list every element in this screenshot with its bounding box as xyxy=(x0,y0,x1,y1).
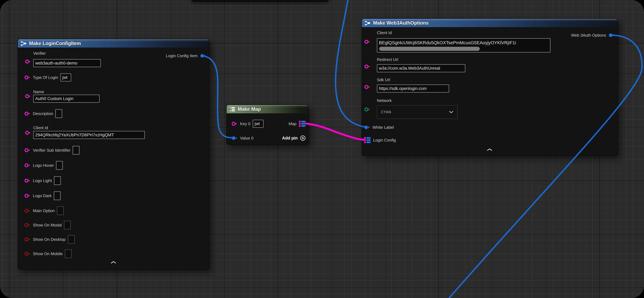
enum-pin[interactable] xyxy=(364,107,371,112)
horizontal-scrollbar[interactable] xyxy=(379,47,480,51)
wire-map-to-login-config xyxy=(305,124,365,140)
blueprint-editor: Make LoginConfigItem Login Config Item V… xyxy=(0,0,644,298)
bool-pin[interactable] xyxy=(24,251,31,256)
description-input[interactable] xyxy=(55,109,62,118)
pin-label: Value 0 xyxy=(240,136,254,140)
logo-dark-input[interactable] xyxy=(54,192,61,200)
map-output-pin[interactable] xyxy=(298,120,306,127)
string-pin[interactable] xyxy=(24,75,31,80)
wire-glow xyxy=(336,0,366,127)
node-title: Make Map xyxy=(238,106,261,112)
struct-input-pin[interactable] xyxy=(231,136,238,141)
pin-label: Key 0 xyxy=(240,122,250,126)
pin-row-white-label: White Label xyxy=(364,123,394,132)
node-make-map[interactable]: Make Map Key 0 jwt Map xyxy=(226,105,308,145)
string-pin[interactable] xyxy=(25,130,31,136)
string-pin[interactable] xyxy=(24,111,31,116)
wire-glow xyxy=(305,124,365,140)
pin-label: Sdk Url xyxy=(377,78,390,82)
map-input-pin[interactable] xyxy=(364,137,371,144)
pin-row-type-of-login: Type Of Login jwt xyxy=(24,74,71,82)
node-title: Make LoginConfigItem xyxy=(29,41,81,46)
string-pin[interactable] xyxy=(24,193,31,198)
string-pin[interactable] xyxy=(364,84,371,90)
string-pin[interactable] xyxy=(231,121,238,126)
network-selected-value: CYAN xyxy=(381,110,391,114)
make-struct-icon xyxy=(364,20,371,26)
show-on-mobile-checkbox[interactable] xyxy=(65,249,72,258)
string-pin[interactable] xyxy=(24,178,31,183)
pin-label: Show On Desktop xyxy=(33,237,66,242)
collapse-chevron-icon[interactable] xyxy=(110,260,117,264)
pin-label: Verifier Sub Identifier xyxy=(33,148,70,153)
graph-canvas[interactable]: Make LoginConfigItem Login Config Item V… xyxy=(0,0,644,298)
bool-pin[interactable] xyxy=(24,237,31,242)
chevron-down-icon xyxy=(449,111,454,114)
pin-label: Name xyxy=(33,90,44,94)
sdk-url-input[interactable]: https://sdk.openlogin.com xyxy=(377,84,449,92)
string-pin[interactable] xyxy=(364,64,371,69)
pin-label: Client Id xyxy=(33,126,48,130)
pin-row-show-on-modal: Show On Modal xyxy=(24,221,71,229)
struct-output-pin[interactable] xyxy=(200,53,206,58)
pin-label: Logo Hover xyxy=(33,163,54,168)
main-option-checkbox[interactable] xyxy=(57,206,64,215)
pin-label: Main Option xyxy=(33,208,55,213)
pin-label: Show On Modal xyxy=(33,223,62,228)
client-id-text: BEglQSgt4cUWcj6SKRdu5QkOXTsePmMcusG5EAoy… xyxy=(379,40,516,45)
pin-row-value-0: Value 0 xyxy=(231,134,254,142)
type-of-login-input[interactable]: jwt xyxy=(60,74,71,82)
pin-label: White Label xyxy=(372,125,394,130)
node-header[interactable]: Make Web3AuthOptions xyxy=(362,19,618,27)
string-pin[interactable] xyxy=(24,148,31,153)
pin-label: Show On Mobile xyxy=(33,252,63,256)
string-pin[interactable] xyxy=(25,94,31,99)
pin-row-logo-light: Logo Light xyxy=(24,176,61,185)
node-make-loginconfigitem[interactable]: Make LoginConfigItem Login Config Item V… xyxy=(18,39,210,270)
show-on-modal-checkbox[interactable] xyxy=(64,221,71,230)
node-make-web3authoptions[interactable]: Make Web3AuthOptions Web 3Auth Options C… xyxy=(362,18,618,156)
node-title: Make Web3AuthOptions xyxy=(373,20,428,26)
collapse-chevron-icon[interactable] xyxy=(486,148,493,152)
add-pin-row[interactable]: Add pin xyxy=(282,134,306,142)
pin-row-show-on-desktop: Show On Desktop xyxy=(24,235,75,244)
verifier-sub-identifier-input[interactable] xyxy=(73,146,80,154)
pin-label: Login Config Item xyxy=(166,54,198,58)
pin-row-main-option: Main Option xyxy=(24,207,64,215)
string-pin[interactable] xyxy=(25,59,31,64)
node-header[interactable]: Make LoginConfigItem xyxy=(18,39,209,48)
logo-light-input[interactable] xyxy=(54,176,61,185)
pin-label: Network xyxy=(377,98,392,103)
string-pin[interactable] xyxy=(24,163,31,168)
bool-pin[interactable] xyxy=(24,222,31,228)
verifier-input[interactable]: web3auth-auth0-demo xyxy=(33,59,101,67)
network-dropdown[interactable]: CYAN xyxy=(377,105,458,119)
pin-label: Logo Light xyxy=(33,178,52,183)
pin-label: Map xyxy=(288,122,296,126)
client-id-input[interactable]: 294QRkchfq2YaXUbPri7D6PH7xzHgQMT xyxy=(33,131,145,139)
bool-pin[interactable] xyxy=(24,208,31,213)
pin-label: Type Of Login xyxy=(33,75,58,80)
struct-input-pin[interactable] xyxy=(364,125,370,130)
add-pin-icon[interactable] xyxy=(300,135,306,141)
pin-label: Login Config xyxy=(373,138,396,142)
pin-row-map-out: Map xyxy=(288,120,306,128)
struct-output-pin[interactable] xyxy=(608,32,615,38)
pin-row-login-config-item-out: Login Config Item xyxy=(166,52,206,60)
client-id-input[interactable]: BEglQSgt4cUWcj6SKRdu5QkOXTsePmMcusG5EAoy… xyxy=(377,38,550,52)
show-on-desktop-checkbox[interactable] xyxy=(68,235,75,244)
logo-hover-input[interactable] xyxy=(56,161,63,170)
redirect-url-input[interactable]: w3a://com.w3a.Web3AuthUnreal xyxy=(377,64,466,72)
name-input[interactable]: Auth0 Custom Login xyxy=(33,94,100,103)
key-0-input[interactable]: jwt xyxy=(253,120,264,128)
pin-row-logo-hover: Logo Hover xyxy=(24,161,63,170)
pin-row-web3auth-options-out: Web 3Auth Options xyxy=(571,31,615,39)
pin-label: Web 3Auth Options xyxy=(571,33,606,38)
pin-label: Verifier xyxy=(33,51,46,56)
wire-offscreen-to-white-label xyxy=(336,0,366,127)
pin-label: Client Id xyxy=(377,30,392,35)
node-header[interactable]: Make Map xyxy=(226,105,308,113)
pin-row-description: Description xyxy=(24,110,62,118)
pin-label: Description xyxy=(33,111,53,116)
string-pin[interactable] xyxy=(364,39,371,44)
